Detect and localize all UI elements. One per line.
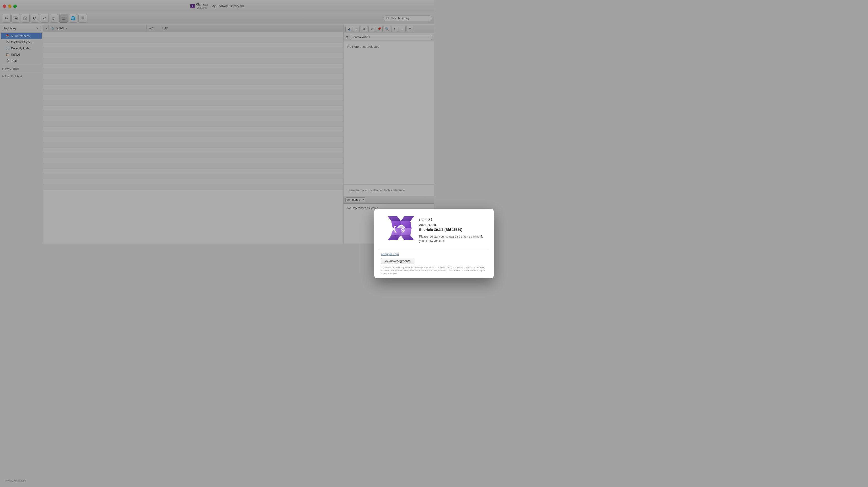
about-dialog: EndNote bbox=[374, 209, 434, 244]
svg-text:X: X bbox=[390, 223, 397, 235]
dialog-overlay[interactable]: EndNote bbox=[0, 0, 434, 244]
svg-text:9: 9 bbox=[401, 227, 405, 234]
svg-marker-29 bbox=[401, 235, 414, 240]
svg-marker-20 bbox=[388, 216, 401, 221]
endnote-logo-svg: EndNote bbox=[381, 215, 414, 244]
about-info: mazc81 3071913107 EndNote X9.3.3 (Bld 15… bbox=[419, 215, 434, 243]
about-serial: 3071913107 bbox=[419, 223, 434, 227]
about-version: EndNote X9.3.3 (Bld 15659) bbox=[419, 228, 434, 232]
svg-marker-21 bbox=[401, 216, 414, 221]
about-username: mazc81 bbox=[419, 218, 434, 222]
svg-marker-28 bbox=[388, 235, 401, 240]
about-header: EndNote bbox=[374, 209, 434, 244]
about-register-text: Please register your software so that we… bbox=[419, 234, 434, 243]
about-logo: EndNote bbox=[381, 215, 414, 244]
